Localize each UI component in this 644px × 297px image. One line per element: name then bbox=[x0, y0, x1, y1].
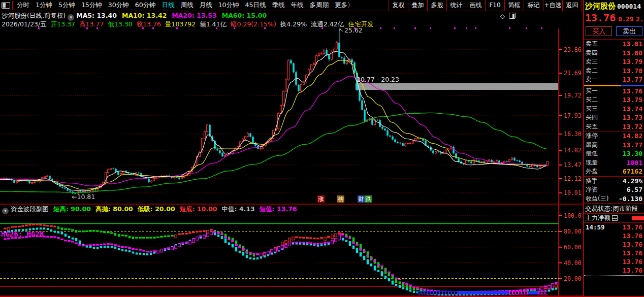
stats-block-2: 换手4.29%净资6.57收益(三)-0.130 bbox=[584, 177, 644, 204]
ask-row: 卖五13.81 bbox=[584, 40, 644, 49]
chevron-down-icon[interactable]: ▾ bbox=[2, 208, 9, 214]
ohlc-info-line: 2026/01/23/五开13.37高13.77低13.30收13.76量103… bbox=[2, 20, 582, 28]
stat-row: 换手4.29% bbox=[584, 177, 644, 186]
subchart-param: 低吸: 20.00 bbox=[138, 205, 175, 213]
trade-buttons: 买入 卖出 bbox=[584, 24, 644, 39]
stat-row: 收益(三)-0.130 bbox=[584, 194, 644, 204]
stat-row: 最低13.30 bbox=[584, 149, 644, 158]
subchart-param: 中值: 4.13 bbox=[222, 205, 255, 213]
subchart-param: 高抛: 80.00 bbox=[95, 205, 133, 213]
buy-sell-gauge bbox=[584, 85, 644, 86]
annotation-low-price: ←10.81 bbox=[72, 193, 95, 201]
svg-text:10.91: 10.91 bbox=[564, 189, 582, 196]
diamond-icon[interactable]: ◇ bbox=[500, 13, 505, 20]
bid-quotes: 买一13.76买二13.75买三13.74买四13.73买五13.72 bbox=[584, 87, 644, 131]
stock-name-row: 沙河股份000014 bbox=[584, 0, 644, 11]
ohlc-field: 高13.77 bbox=[79, 20, 104, 28]
bid-row: 买三13.74 bbox=[584, 105, 644, 114]
tick-row: 13.76 bbox=[584, 249, 644, 257]
tick-row: 13.76 bbox=[584, 240, 644, 249]
stock-name: 沙河股份 bbox=[585, 2, 616, 11]
stock-code: 000014 bbox=[617, 3, 641, 10]
ask-row: 卖一13.77 bbox=[584, 75, 644, 84]
subchart-param: 资金波段副图 bbox=[11, 205, 49, 213]
stat-row: 净资6.57 bbox=[584, 185, 644, 194]
ohlc-field: 收13.76 bbox=[137, 20, 161, 28]
chart-title-line: 沙河股份(日线.前复权)▾MA5: 13.40MA10: 13.42MA20: … bbox=[2, 12, 582, 20]
stat-row: 最高13.77 bbox=[584, 141, 644, 150]
price-change-pct: 2.15% bbox=[636, 15, 644, 23]
quote-panel: 沙河股份000014 13.760.292.15% 买入 卖出 卖五13.81卖… bbox=[583, 0, 644, 297]
annotation-peak-price: 25.62 bbox=[344, 26, 363, 34]
ma-label: MA20: 13.53 bbox=[172, 12, 216, 19]
subchart-series-label: HG26: HG28 bbox=[1, 230, 44, 238]
ohlc-field: 幅0.29(2.15%) bbox=[231, 20, 276, 28]
svg-text:13.47: 13.47 bbox=[564, 161, 582, 169]
svg-text:17.93: 17.93 bbox=[564, 112, 582, 119]
subchart-param: 短值: 13.76 bbox=[260, 205, 297, 213]
ask-row: 卖三13.79 bbox=[584, 57, 644, 67]
tick-row: 13.76 bbox=[584, 257, 644, 266]
bid-row: 买五13.72 bbox=[584, 122, 644, 131]
hot-link-badge[interactable]: 财 bbox=[358, 195, 365, 203]
subchart-header: ▾资金波段副图短高: 90.00高抛: 80.00低吸: 20.00短底: 10… bbox=[0, 205, 583, 214]
panel-dotted-divider bbox=[584, 275, 644, 276]
svg-text:21.69: 21.69 bbox=[564, 70, 582, 77]
chart-title: 沙河股份(日线.前复权) bbox=[2, 12, 66, 19]
svg-text:14.82: 14.82 bbox=[564, 147, 582, 154]
ma-label: MA5: 13.40 bbox=[76, 12, 117, 19]
ohlc-field: 低13.30 bbox=[108, 20, 132, 28]
svg-text:60.00: 60.00 bbox=[564, 244, 582, 251]
panel-toggle-icon[interactable] bbox=[509, 13, 516, 19]
hot-link-badge[interactable]: 涨 bbox=[317, 195, 325, 203]
stat-row: 涨停14.82 bbox=[584, 131, 644, 141]
bid-row: 买二13.75 bbox=[584, 95, 644, 105]
ohlc-field: 流通2.42亿 bbox=[311, 20, 344, 28]
list-icon[interactable] bbox=[612, 215, 618, 221]
ohlc-field: 额1.41亿 bbox=[200, 20, 227, 28]
ohlc-field: 开13.37 bbox=[51, 20, 75, 28]
ohlc-field: 换4.29% bbox=[280, 20, 307, 28]
ma-label: MA10: 13.42 bbox=[122, 12, 167, 19]
svg-text:12.12: 12.12 bbox=[564, 175, 582, 182]
tick-row: 14:5913.76 bbox=[584, 223, 644, 232]
stock-app-window: 分时1分钟5分钟15分钟30分钟60分钟日线周线月线10分钟45日线季线年线多周… bbox=[0, 0, 644, 297]
ask-quotes: 卖五13.81卖四13.80卖三13.79卖二13.78卖一13.77 bbox=[584, 40, 644, 84]
bid-row: 买四13.73 bbox=[584, 113, 644, 122]
ma-values: MA5: 13.40MA10: 13.42MA20: 13.53MA60: 15… bbox=[76, 12, 272, 19]
tick-row: 13.76 bbox=[584, 266, 644, 275]
ohlc-field: 量103792 bbox=[165, 20, 196, 28]
subchart-param: 短底: 10.00 bbox=[180, 205, 217, 213]
subchart-param: 短高: 90.00 bbox=[53, 205, 91, 213]
svg-text:19.72: 19.72 bbox=[564, 92, 582, 99]
stat-row: 现量1801 bbox=[584, 158, 644, 168]
main-net-bar bbox=[632, 216, 644, 220]
hot-link-badge[interactable]: 榜 bbox=[337, 195, 344, 203]
bid-row: 买一13.76 bbox=[584, 87, 644, 96]
main-net-label: 主力净额 bbox=[585, 214, 610, 222]
stats-block-1: 涨停14.82最高13.77最低13.30现量1801外盘67162 bbox=[584, 131, 644, 176]
stat-row: 外盘67162 bbox=[584, 167, 644, 176]
price-row: 13.760.292.15% bbox=[584, 11, 644, 24]
main-net-row: 主力净额 bbox=[584, 214, 644, 222]
last-price: 13.76 bbox=[585, 12, 616, 24]
svg-text:23.86: 23.86 bbox=[564, 46, 582, 53]
buy-button[interactable]: 买入 bbox=[586, 26, 612, 36]
ask-row: 卖四13.80 bbox=[584, 49, 644, 58]
sell-button[interactable]: 卖出 bbox=[616, 26, 642, 36]
tick-list: 14:5913.7613.7613.7613.7613.7613.76 bbox=[584, 223, 644, 275]
trade-status: 交易状态:闭市阶段 bbox=[584, 204, 644, 213]
price-change: 0.29 bbox=[618, 15, 633, 23]
annotation-price-band: 20.77 - 20.23 bbox=[357, 76, 399, 83]
svg-text:80.00: 80.00 bbox=[564, 228, 582, 235]
ask-row: 卖二13.78 bbox=[584, 67, 644, 76]
hot-link-badge[interactable]: 跌 bbox=[365, 195, 372, 203]
svg-text:40.00: 40.00 bbox=[564, 259, 582, 267]
svg-text:20.00: 20.00 bbox=[564, 275, 582, 282]
candlestick-chart-canvas[interactable]: 23.8621.6919.7217.9316.3014.8213.4712.12… bbox=[0, 0, 583, 297]
ohlc-field: 2026/01/23/五 bbox=[2, 20, 47, 28]
header-icons: ◇ bbox=[500, 13, 516, 20]
tick-row: 13.76 bbox=[584, 232, 644, 240]
svg-text:16.30: 16.30 bbox=[564, 130, 582, 138]
ma-label: MA60: 15.00 bbox=[222, 12, 267, 19]
